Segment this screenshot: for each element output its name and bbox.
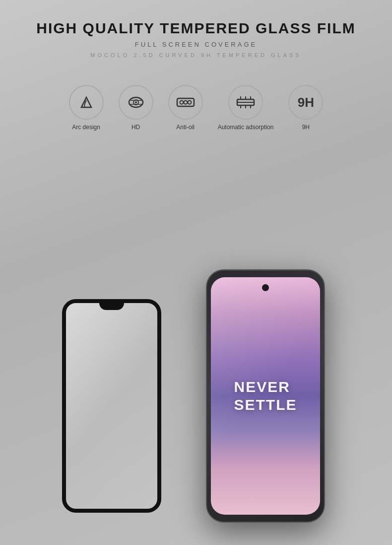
feature-circle-hd	[119, 85, 153, 120]
phone-display: NEVER SETTLE	[181, 247, 350, 545]
svg-point-8	[184, 101, 187, 104]
9h-label: 9H	[298, 95, 314, 110]
feature-label-hd: HD	[131, 124, 140, 131]
never-settle-text: NEVER SETTLE	[234, 378, 297, 414]
main-title: HIGH QUALITY TEMPERED GLASS FILM	[10, 20, 382, 37]
phone-screen-content: NEVER SETTLE	[211, 277, 320, 515]
svg-marker-0	[81, 97, 91, 107]
phone-body: NEVER SETTLE	[206, 269, 325, 523]
feature-9h: 9H 9H	[288, 85, 323, 131]
screen-protector-display	[42, 267, 181, 545]
svg-point-9	[188, 101, 191, 104]
phones-section: NEVER SETTLE	[0, 141, 392, 545]
phone-notch-camera	[262, 284, 269, 291]
subtitle: FULL SCREEN COVERAGE	[10, 41, 382, 48]
phone-vol-down-button	[206, 344, 207, 359]
feature-label-arc: Arc design	[72, 124, 100, 131]
protector-notch	[99, 303, 124, 310]
feature-circle-arc	[69, 85, 104, 120]
settle-text: SETTLE	[234, 396, 297, 414]
feature-arc-design: Arc design	[69, 85, 104, 131]
feature-auto-adsorption: Automatic adsorption	[218, 85, 274, 131]
feature-label-9h: 9H	[302, 124, 310, 131]
phone-vol-up-button	[206, 325, 207, 340]
svg-point-7	[180, 101, 183, 104]
hd-icon	[127, 93, 145, 111]
arc-design-icon	[77, 93, 95, 111]
feature-hd: HD	[119, 85, 153, 131]
phone-power-button	[324, 335, 325, 360]
features-row: Arc design HD Anti-oil	[49, 80, 343, 141]
header-section: HIGH QUALITY TEMPERED GLASS FILM FULL SC…	[0, 0, 392, 80]
phone-screen: NEVER SETTLE	[211, 277, 320, 515]
anti-oil-icon	[176, 94, 196, 110]
never-text: NEVER	[234, 378, 297, 396]
screen-glare-left	[66, 303, 157, 509]
feature-circle-9h: 9H	[288, 85, 323, 120]
tagline: MOCOLO 2.5D CURVED 9H TEMPERED GLASS	[10, 52, 382, 58]
auto-adsorption-icon	[236, 93, 256, 111]
feature-anti-oil: Anti-oil	[168, 85, 203, 131]
screen-protector	[62, 299, 161, 513]
feature-label-auto: Automatic adsorption	[218, 124, 274, 131]
svg-point-3	[135, 101, 137, 103]
feature-circle-anti	[168, 85, 203, 120]
feature-label-anti: Anti-oil	[176, 124, 195, 131]
feature-circle-auto	[228, 85, 263, 120]
